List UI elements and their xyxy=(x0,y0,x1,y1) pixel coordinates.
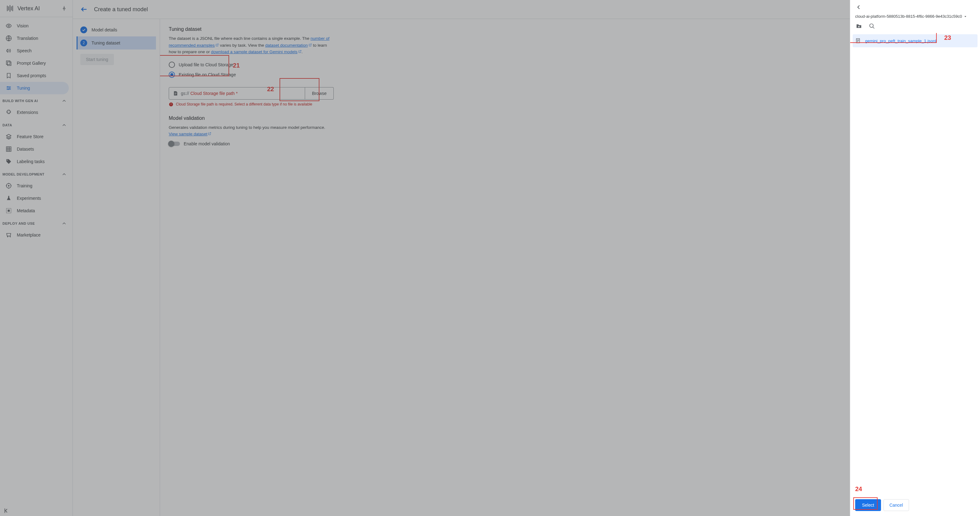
cloud-storage-picker: cloud-ai-platform-5880513b-8815-4f6c-986… xyxy=(850,0,980,516)
picker-breadcrumb[interactable]: cloud-ai-platform-5880513b-8815-4f6c-986… xyxy=(855,14,975,19)
new-folder-icon[interactable] xyxy=(856,23,862,29)
modal-scrim[interactable] xyxy=(0,0,850,516)
picker-footer: Select Cancel xyxy=(850,494,980,516)
document-icon xyxy=(855,38,861,44)
dropdown-icon xyxy=(963,14,967,19)
search-icon[interactable] xyxy=(869,23,875,29)
picker-select-button[interactable]: Select xyxy=(855,499,881,511)
picker-back-icon[interactable] xyxy=(855,4,862,11)
picker-file-list: gemini_pro_peft_train_sample_1.jsonl 23 xyxy=(850,33,980,494)
picker-cancel-button[interactable]: Cancel xyxy=(883,499,909,511)
picker-file-item[interactable]: gemini_pro_peft_train_sample_1.jsonl xyxy=(853,34,977,47)
